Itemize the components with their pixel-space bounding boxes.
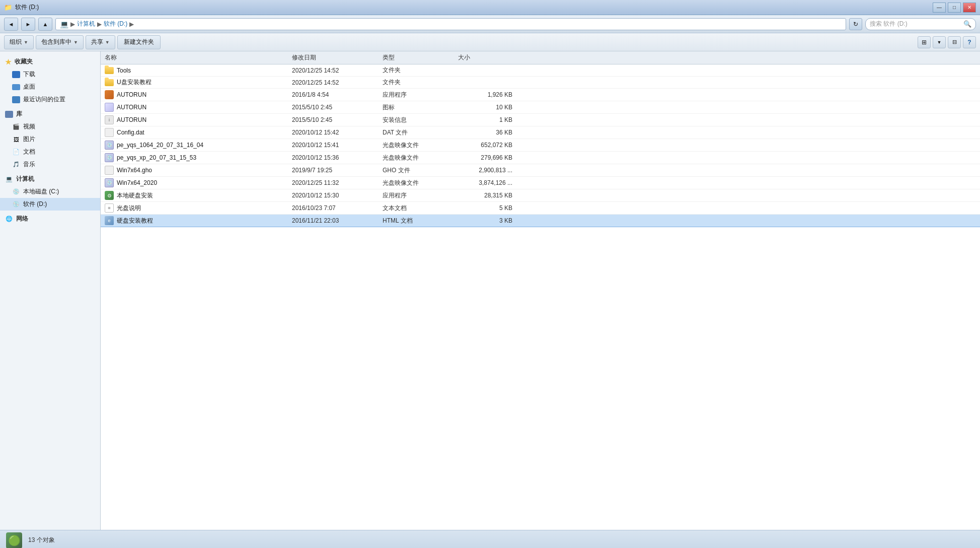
- file-size-cell: 3,874,126 ...: [458, 179, 518, 186]
- sidebar-item-image[interactable]: 🖼 图片: [0, 133, 100, 146]
- sidebar-item-doc[interactable]: 📄 文档: [0, 146, 100, 158]
- sidebar-item-download[interactable]: 下载: [0, 68, 100, 81]
- sidebar-item-software-d[interactable]: 💿 软件 (D:): [0, 198, 100, 211]
- app-icon: [105, 90, 114, 99]
- file-date-cell: 2020/10/12 15:42: [292, 129, 383, 136]
- file-size-cell: 3 KB: [458, 217, 518, 224]
- file-type-cell: 安装信息: [383, 116, 458, 124]
- view-dropdown-button[interactable]: ▼: [933, 36, 946, 48]
- table-row[interactable]: U盘安装教程 2020/12/25 14:52 文件夹: [101, 77, 980, 89]
- desktop-icon: [12, 84, 20, 90]
- up-button[interactable]: ▲: [38, 18, 52, 31]
- file-name-cell: 💿 pe_yqs_xp_20_07_31_15_53: [101, 153, 292, 162]
- file-type-cell: 文件夹: [383, 78, 458, 87]
- address-path[interactable]: 💻 ▶ 计算机 ▶ 软件 (D:) ▶: [55, 18, 846, 30]
- new-folder-button[interactable]: 新建文件夹: [117, 35, 161, 49]
- file-name-text: 光盘说明: [117, 204, 141, 213]
- computer-icon: 💻: [5, 176, 13, 183]
- dat-icon: [105, 128, 114, 137]
- iso-icon: 💿: [105, 178, 114, 187]
- file-date-cell: 2020/12/25 11:32: [292, 179, 383, 186]
- col-header-type[interactable]: 类型: [383, 53, 458, 62]
- table-row[interactable]: 💿 pe_yqs_xp_20_07_31_15_53 2020/10/12 15…: [101, 152, 980, 164]
- sidebar-item-video[interactable]: 🎬 视频: [0, 120, 100, 133]
- search-box[interactable]: 搜索 软件 (D:) 🔍: [865, 18, 976, 30]
- sidebar-library-header[interactable]: 库: [0, 108, 100, 120]
- back-button[interactable]: ◄: [4, 18, 18, 31]
- sidebar-computer-header[interactable]: 💻 计算机: [0, 173, 100, 185]
- titlebar: 📁 软件 (D:) — □ ✕: [0, 0, 980, 15]
- new-folder-label: 新建文件夹: [124, 38, 154, 46]
- software-d-icon: 💿: [12, 201, 20, 208]
- sidebar-favorites-label: 收藏夹: [15, 57, 33, 66]
- table-row[interactable]: ≡ 光盘说明 2016/10/23 7:07 文本文档 5 KB: [101, 202, 980, 215]
- view-arrow-icon: ▼: [937, 40, 942, 45]
- file-size-cell: 279,696 KB: [458, 154, 518, 161]
- doc-icon: 📄: [12, 149, 20, 156]
- details-icon: ⊟: [952, 39, 957, 45]
- file-name-text: Win7x64_2020: [117, 179, 157, 186]
- file-date-cell: 2020/12/25 14:52: [292, 79, 383, 86]
- file-name-text: U盘安装教程: [117, 78, 152, 87]
- col-header-name[interactable]: 名称: [101, 53, 292, 62]
- sidebar-item-local-c[interactable]: 💿 本地磁盘 (C:): [0, 185, 100, 198]
- table-row[interactable]: AUTORUN 2015/5/10 2:45 图标 10 KB: [101, 101, 980, 114]
- share-button[interactable]: 共享 ▼: [86, 35, 115, 49]
- table-row[interactable]: Win7x64.gho 2019/9/7 19:25 GHO 文件 2,900,…: [101, 164, 980, 177]
- sidebar-image-label: 图片: [23, 135, 35, 144]
- forward-button[interactable]: ►: [21, 18, 35, 31]
- titlebar-controls: — □ ✕: [933, 3, 976, 13]
- sidebar-network-header[interactable]: 🌐 网络: [0, 213, 100, 225]
- file-name-cell: Tools: [101, 67, 292, 74]
- sidebar-item-music[interactable]: 🎵 音乐: [0, 158, 100, 171]
- table-row[interactable]: ⚙ 本地硬盘安装 2020/10/12 15:30 应用程序 28,315 KB: [101, 189, 980, 202]
- file-type-cell: 光盘映像文件: [383, 179, 458, 187]
- refresh-button[interactable]: ↻: [849, 18, 862, 30]
- file-rows-container: Tools 2020/12/25 14:52 文件夹 U盘安装教程 2020/1…: [101, 64, 980, 227]
- table-row[interactable]: Tools 2020/12/25 14:52 文件夹: [101, 64, 980, 77]
- table-row[interactable]: Config.dat 2020/10/12 15:42 DAT 文件 36 KB: [101, 126, 980, 139]
- image-file-icon: [105, 103, 114, 112]
- organize-button[interactable]: 组织 ▼: [4, 35, 34, 49]
- file-date-cell: 2016/10/23 7:07: [292, 204, 383, 212]
- sidebar-favorites-header[interactable]: ★ 收藏夹: [0, 55, 100, 68]
- minimize-button[interactable]: —: [933, 3, 946, 13]
- file-name-cell: Win7x64.gho: [101, 166, 292, 175]
- file-name-cell: e 硬盘安装教程: [101, 216, 292, 225]
- col-header-size[interactable]: 大小: [458, 53, 518, 62]
- titlebar-left: 📁 软件 (D:): [4, 3, 39, 12]
- sidebar-network-label: 网络: [16, 215, 28, 223]
- table-row[interactable]: AUTORUN 2016/1/8 4:54 应用程序 1,926 KB: [101, 89, 980, 101]
- file-name-text: AUTORUN: [117, 104, 146, 111]
- file-type-cell: 应用程序: [383, 91, 458, 99]
- file-name-cell: AUTORUN: [101, 103, 292, 112]
- filelist: 名称 修改日期 类型 大小 Tools 2020/12/25 14:52 文件夹…: [101, 51, 980, 530]
- view-toggle-button[interactable]: ⊞: [918, 36, 931, 48]
- file-date-cell: 2019/9/7 19:25: [292, 167, 383, 174]
- local-c-icon: 💿: [12, 188, 20, 195]
- addressbar: ◄ ► ▲ 💻 ▶ 计算机 ▶ 软件 (D:) ▶ ↻ 搜索 软件 (D:) 🔍: [0, 15, 980, 33]
- table-row[interactable]: 💿 Win7x64_2020 2020/12/25 11:32 光盘映像文件 3…: [101, 177, 980, 189]
- toolbar-right: ⊞ ▼ ⊟ ?: [918, 36, 976, 48]
- close-button[interactable]: ✕: [963, 3, 976, 13]
- help-button[interactable]: ?: [963, 36, 976, 48]
- details-view-button[interactable]: ⊟: [948, 36, 961, 48]
- folder-icon: [105, 79, 114, 86]
- table-row[interactable]: i AUTORUN 2015/5/10 2:45 安装信息 1 KB: [101, 114, 980, 126]
- sidebar-item-desktop[interactable]: 桌面: [0, 81, 100, 93]
- maximize-button[interactable]: □: [948, 3, 961, 13]
- path-sep-3: ▶: [129, 21, 134, 28]
- table-row[interactable]: e 硬盘安装教程 2016/11/21 22:03 HTML 文档 3 KB: [101, 215, 980, 227]
- organize-arrow: ▼: [24, 40, 28, 45]
- view-icon: ⊞: [922, 39, 927, 46]
- share-arrow: ▼: [105, 40, 110, 45]
- sidebar-library-section: 库 🎬 视频 🖼 图片 📄 文档 🎵 音乐: [0, 108, 100, 171]
- main-area: ★ 收藏夹 下载 桌面 最近访问的位置 库 🎬: [0, 51, 980, 530]
- file-date-cell: 2016/1/8 4:54: [292, 91, 383, 98]
- sidebar-item-recent[interactable]: 最近访问的位置: [0, 93, 100, 106]
- col-header-date[interactable]: 修改日期: [292, 53, 383, 62]
- table-row[interactable]: 💿 pe_yqs_1064_20_07_31_16_04 2020/10/12 …: [101, 139, 980, 152]
- sidebar-recent-label: 最近访问的位置: [23, 95, 65, 104]
- include-library-button[interactable]: 包含到库中 ▼: [36, 35, 84, 49]
- file-size-cell: 5 KB: [458, 204, 518, 212]
